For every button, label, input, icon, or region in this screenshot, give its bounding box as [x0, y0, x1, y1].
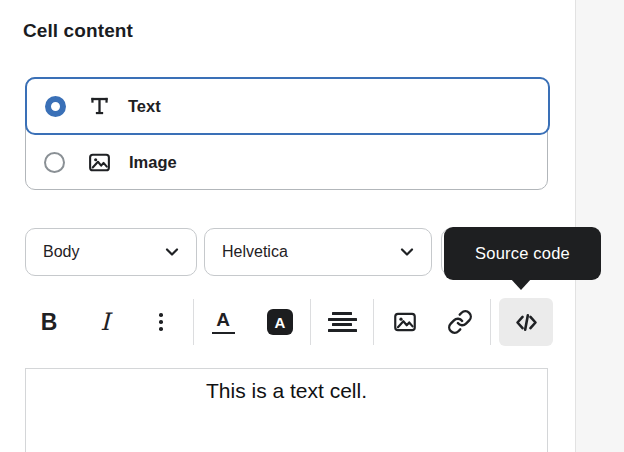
insert-link-button[interactable] — [438, 300, 482, 344]
highlight-color-button[interactable]: A — [258, 300, 302, 344]
italic-icon: I — [100, 308, 109, 336]
radio-text-selected[interactable] — [45, 96, 66, 117]
chevron-down-icon — [397, 242, 417, 262]
kebab-menu-icon — [159, 313, 163, 331]
more-options-button[interactable] — [139, 300, 183, 344]
insert-image-button[interactable] — [383, 300, 427, 344]
radio-image-unselected[interactable] — [44, 152, 65, 173]
style-select-value: Body — [43, 243, 162, 261]
align-center-icon — [328, 312, 357, 332]
tooltip-arrow — [510, 278, 532, 290]
toolbar-divider — [193, 299, 194, 345]
italic-button[interactable]: I — [83, 300, 127, 344]
chevron-down-icon — [162, 242, 182, 262]
text-color-button[interactable]: A — [201, 300, 245, 344]
page-background-rail — [575, 0, 624, 452]
image-icon — [392, 309, 418, 335]
image-icon — [87, 150, 112, 175]
text-cell-content[interactable]: This is a text cell. — [26, 379, 547, 403]
style-select[interactable]: Body — [25, 228, 197, 276]
choice-option-image[interactable]: Image — [26, 135, 547, 190]
align-center-button[interactable] — [320, 300, 364, 344]
source-code-button[interactable] — [499, 298, 553, 346]
text-icon — [88, 95, 111, 118]
tooltip-text: Source code — [475, 244, 570, 263]
toolbar-divider — [310, 299, 311, 345]
bold-button[interactable]: B — [27, 300, 71, 344]
link-icon — [447, 309, 473, 335]
toolbar-divider — [373, 299, 374, 345]
font-family-select[interactable]: Helvetica — [204, 228, 432, 276]
font-family-select-value: Helvetica — [222, 243, 397, 261]
bold-icon: B — [41, 309, 58, 336]
source-code-icon — [513, 309, 540, 336]
tooltip-source-code: Source code — [444, 227, 601, 280]
toolbar-divider — [490, 299, 491, 345]
text-color-icon: A — [212, 310, 235, 335]
choice-option-text[interactable]: Text — [25, 77, 550, 135]
highlight-color-icon: A — [267, 309, 293, 335]
text-cell-editor[interactable]: This is a text cell. — [25, 368, 548, 452]
choice-label-image: Image — [129, 153, 177, 172]
cell-content-choice-list: Text Image — [25, 77, 548, 190]
page-title: Cell content — [23, 20, 133, 42]
choice-label-text: Text — [128, 97, 161, 116]
